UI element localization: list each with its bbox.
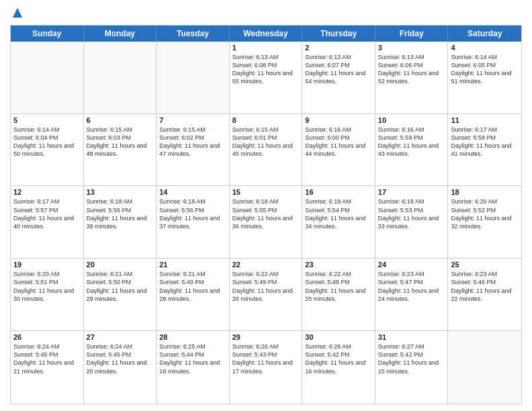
day-number: 6 bbox=[87, 116, 154, 124]
week-5: 26Sunrise: 6:24 AMSunset: 5:45 PMDayligh… bbox=[11, 331, 521, 404]
cell-info: Sunrise: 6:25 AMSunset: 5:44 PMDaylight:… bbox=[159, 342, 226, 375]
day-number: 28 bbox=[159, 333, 226, 341]
day-number: 8 bbox=[232, 116, 300, 124]
day-number: 22 bbox=[232, 261, 300, 269]
cell-info: Sunrise: 6:13 AMSunset: 6:06 PMDaylight:… bbox=[378, 53, 445, 86]
header-day-wednesday: Wednesday bbox=[230, 26, 303, 42]
cal-cell: 21Sunrise: 6:21 AMSunset: 5:49 PMDayligh… bbox=[157, 259, 230, 330]
cal-cell: 29Sunrise: 6:26 AMSunset: 5:43 PMDayligh… bbox=[230, 331, 303, 404]
cal-cell: 25Sunrise: 6:23 AMSunset: 5:46 PMDayligh… bbox=[448, 259, 521, 330]
cell-info: Sunrise: 6:15 AMSunset: 6:02 PMDaylight:… bbox=[159, 126, 226, 158]
cal-cell: 19Sunrise: 6:20 AMSunset: 5:51 PMDayligh… bbox=[11, 259, 84, 330]
calendar-header: SundayMondayTuesdayWednesdayThursdayFrid… bbox=[11, 26, 521, 42]
header-day-friday: Friday bbox=[375, 26, 449, 42]
cell-info: Sunrise: 6:15 AMSunset: 6:01 PMDaylight:… bbox=[232, 126, 300, 158]
day-number: 5 bbox=[13, 116, 81, 124]
day-number: 10 bbox=[378, 116, 445, 124]
day-number: 3 bbox=[378, 44, 445, 52]
cell-info: Sunrise: 6:24 AMSunset: 5:45 PMDaylight:… bbox=[87, 342, 154, 375]
cal-cell: 30Sunrise: 6:26 AMSunset: 5:42 PMDayligh… bbox=[302, 331, 375, 404]
cell-info: Sunrise: 6:26 AMSunset: 5:43 PMDaylight:… bbox=[232, 342, 300, 375]
cell-info: Sunrise: 6:17 AMSunset: 5:58 PMDaylight:… bbox=[451, 126, 519, 158]
cell-info: Sunrise: 6:16 AMSunset: 6:00 PMDaylight:… bbox=[305, 126, 372, 158]
cal-cell: 26Sunrise: 6:24 AMSunset: 5:45 PMDayligh… bbox=[11, 331, 84, 404]
day-number: 23 bbox=[305, 261, 372, 269]
day-number: 30 bbox=[305, 333, 372, 341]
cal-cell: 27Sunrise: 6:24 AMSunset: 5:45 PMDayligh… bbox=[84, 331, 157, 404]
cal-cell bbox=[84, 42, 157, 113]
week-4: 19Sunrise: 6:20 AMSunset: 5:51 PMDayligh… bbox=[11, 259, 521, 331]
cell-info: Sunrise: 6:14 AMSunset: 6:04 PMDaylight:… bbox=[13, 126, 81, 158]
cell-info: Sunrise: 6:14 AMSunset: 6:05 PMDaylight:… bbox=[451, 53, 519, 86]
day-number: 29 bbox=[232, 333, 300, 341]
cal-cell: 18Sunrise: 6:20 AMSunset: 5:52 PMDayligh… bbox=[448, 186, 521, 258]
cal-cell: 14Sunrise: 6:18 AMSunset: 5:56 PMDayligh… bbox=[157, 186, 230, 258]
cal-cell: 7Sunrise: 6:15 AMSunset: 6:02 PMDaylight… bbox=[157, 114, 230, 186]
cell-info: Sunrise: 6:18 AMSunset: 5:56 PMDaylight:… bbox=[87, 197, 154, 230]
week-3: 12Sunrise: 6:17 AMSunset: 5:57 PMDayligh… bbox=[11, 186, 521, 259]
day-number: 16 bbox=[305, 188, 372, 196]
cell-info: Sunrise: 6:13 AMSunset: 6:08 PMDaylight:… bbox=[232, 53, 300, 86]
cell-info: Sunrise: 6:19 AMSunset: 5:53 PMDaylight:… bbox=[378, 197, 445, 230]
header-day-saturday: Saturday bbox=[448, 26, 521, 42]
calendar: SundayMondayTuesdayWednesdayThursdayFrid… bbox=[10, 25, 522, 404]
day-number: 25 bbox=[451, 261, 519, 269]
cell-info: Sunrise: 6:22 AMSunset: 5:48 PMDaylight:… bbox=[305, 270, 372, 303]
cal-cell: 13Sunrise: 6:18 AMSunset: 5:56 PMDayligh… bbox=[84, 186, 157, 258]
cal-cell: 9Sunrise: 6:16 AMSunset: 6:00 PMDaylight… bbox=[302, 114, 375, 186]
cal-cell: 12Sunrise: 6:17 AMSunset: 5:57 PMDayligh… bbox=[11, 186, 84, 258]
header-day-tuesday: Tuesday bbox=[157, 26, 230, 42]
cal-cell: 4Sunrise: 6:14 AMSunset: 6:05 PMDaylight… bbox=[448, 42, 521, 113]
header bbox=[10, 7, 522, 22]
cell-info: Sunrise: 6:18 AMSunset: 5:56 PMDaylight:… bbox=[159, 197, 226, 230]
cal-cell: 24Sunrise: 6:23 AMSunset: 5:47 PMDayligh… bbox=[375, 259, 449, 330]
day-number: 14 bbox=[159, 188, 226, 196]
cell-info: Sunrise: 6:23 AMSunset: 5:47 PMDaylight:… bbox=[378, 270, 445, 303]
cal-cell: 2Sunrise: 6:13 AMSunset: 6:07 PMDaylight… bbox=[302, 42, 375, 113]
cell-info: Sunrise: 6:19 AMSunset: 5:54 PMDaylight:… bbox=[305, 197, 372, 230]
cell-info: Sunrise: 6:24 AMSunset: 5:45 PMDaylight:… bbox=[13, 342, 81, 375]
header-day-thursday: Thursday bbox=[302, 26, 375, 42]
day-number: 19 bbox=[13, 261, 81, 269]
day-number: 4 bbox=[451, 44, 519, 52]
week-2: 5Sunrise: 6:14 AMSunset: 6:04 PMDaylight… bbox=[11, 114, 521, 187]
day-number: 7 bbox=[159, 116, 226, 124]
cell-info: Sunrise: 6:20 AMSunset: 5:52 PMDaylight:… bbox=[451, 197, 519, 230]
header-day-sunday: Sunday bbox=[11, 26, 84, 42]
day-number: 11 bbox=[451, 116, 519, 124]
cal-cell: 16Sunrise: 6:19 AMSunset: 5:54 PMDayligh… bbox=[302, 186, 375, 258]
day-number: 24 bbox=[378, 261, 445, 269]
day-number: 1 bbox=[232, 44, 300, 52]
cal-cell: 3Sunrise: 6:13 AMSunset: 6:06 PMDaylight… bbox=[375, 42, 449, 113]
svg-marker-0 bbox=[13, 8, 22, 17]
logo bbox=[10, 7, 24, 22]
cell-info: Sunrise: 6:27 AMSunset: 5:42 PMDaylight:… bbox=[378, 342, 445, 375]
day-number: 15 bbox=[232, 188, 300, 196]
page-container: SundayMondayTuesdayWednesdayThursdayFrid… bbox=[0, 0, 532, 411]
logo-text bbox=[10, 7, 24, 22]
cal-cell: 17Sunrise: 6:19 AMSunset: 5:53 PMDayligh… bbox=[375, 186, 449, 258]
cell-info: Sunrise: 6:20 AMSunset: 5:51 PMDaylight:… bbox=[13, 270, 81, 303]
cal-cell: 22Sunrise: 6:22 AMSunset: 5:49 PMDayligh… bbox=[230, 259, 303, 330]
day-number: 31 bbox=[378, 333, 445, 341]
day-number: 13 bbox=[87, 188, 154, 196]
cal-cell: 5Sunrise: 6:14 AMSunset: 6:04 PMDaylight… bbox=[11, 114, 84, 186]
cal-cell bbox=[11, 42, 84, 113]
cal-cell bbox=[448, 331, 521, 404]
cal-cell: 23Sunrise: 6:22 AMSunset: 5:48 PMDayligh… bbox=[302, 259, 375, 330]
cell-info: Sunrise: 6:17 AMSunset: 5:57 PMDaylight:… bbox=[13, 197, 81, 230]
cal-cell bbox=[157, 42, 230, 113]
day-number: 9 bbox=[305, 116, 372, 124]
cal-cell: 15Sunrise: 6:18 AMSunset: 5:55 PMDayligh… bbox=[230, 186, 303, 258]
day-number: 21 bbox=[159, 261, 226, 269]
day-number: 20 bbox=[87, 261, 154, 269]
cell-info: Sunrise: 6:16 AMSunset: 5:59 PMDaylight:… bbox=[378, 126, 445, 158]
day-number: 27 bbox=[87, 333, 154, 341]
cell-info: Sunrise: 6:21 AMSunset: 5:50 PMDaylight:… bbox=[87, 270, 154, 303]
day-number: 17 bbox=[378, 188, 445, 196]
cal-cell: 10Sunrise: 6:16 AMSunset: 5:59 PMDayligh… bbox=[375, 114, 449, 186]
cell-info: Sunrise: 6:22 AMSunset: 5:49 PMDaylight:… bbox=[232, 270, 300, 303]
day-number: 18 bbox=[451, 188, 519, 196]
day-number: 2 bbox=[305, 44, 372, 52]
week-1: 1Sunrise: 6:13 AMSunset: 6:08 PMDaylight… bbox=[11, 42, 521, 114]
